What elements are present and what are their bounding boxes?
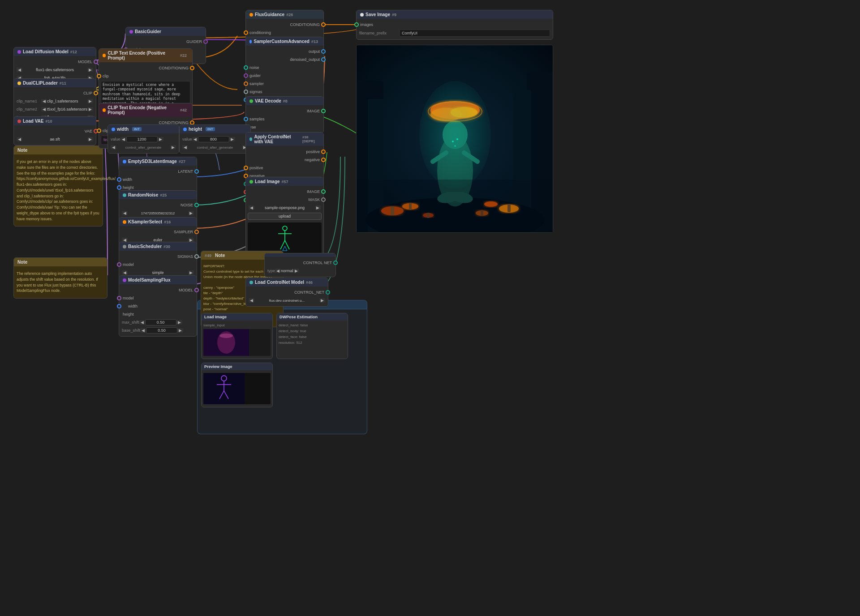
node-dot xyxy=(123,220,126,224)
port-out-guider[interactable] xyxy=(203,39,208,44)
ctrl-prev[interactable]: ◀ xyxy=(111,145,116,150)
port-in-sigmas[interactable] xyxy=(244,90,248,94)
node-id: #27 xyxy=(179,159,185,164)
node-dot xyxy=(123,245,126,248)
seed-prev[interactable]: ◀ xyxy=(122,211,128,215)
node-body: CONTROL_NET ◀ flux-dev-controlnet-u... ▶ xyxy=(246,287,328,306)
filename-input[interactable] xyxy=(400,30,550,37)
output-sigmas-row: SIGMAS xyxy=(119,252,197,261)
port-in-samples[interactable] xyxy=(244,117,248,121)
port-out-sampler[interactable] xyxy=(194,230,199,234)
port-in-positive[interactable] xyxy=(244,166,248,170)
sched-prev[interactable]: ◀ xyxy=(122,270,128,275)
filename-row: filename_prefix xyxy=(357,29,553,38)
clip2-next[interactable]: ▶ xyxy=(87,107,93,111)
node-id: #30 xyxy=(163,244,170,249)
port-out-denoised[interactable] xyxy=(321,57,326,62)
port-in-model[interactable] xyxy=(117,296,121,300)
port-in-height[interactable] xyxy=(117,185,121,190)
width-label: width xyxy=(123,304,138,308)
height-next[interactable]: ▶ xyxy=(229,137,235,141)
value-label: value xyxy=(111,137,120,141)
img-prev[interactable]: ◀ xyxy=(249,205,254,210)
ctrl-next[interactable]: ▶ xyxy=(170,145,176,150)
width-next[interactable]: ▶ xyxy=(158,137,163,141)
node-title: Load Diffusion Model xyxy=(23,49,69,54)
node-sampler-custom: SamplerCustomAdvanced #13 output denoise… xyxy=(245,37,324,106)
maxshift-next[interactable]: ▶ xyxy=(176,320,182,325)
cn-prev[interactable]: ◀ xyxy=(249,298,254,303)
clip2-prev[interactable]: ◀ xyxy=(41,107,47,111)
image-out: IMAGE xyxy=(307,189,320,194)
clip1-prev[interactable]: ◀ xyxy=(41,99,47,103)
generated-image-svg xyxy=(357,45,553,233)
images-label: images xyxy=(360,22,373,27)
img-next[interactable]: ▶ xyxy=(315,205,321,210)
unet-next-btn[interactable]: ▶ xyxy=(87,68,93,72)
vae-next[interactable]: ▶ xyxy=(87,137,93,141)
sched-next[interactable]: ▶ xyxy=(188,270,194,275)
svg-point-45 xyxy=(219,334,233,338)
port-out-output[interactable] xyxy=(321,49,326,54)
port-out-conditioning[interactable] xyxy=(190,66,194,70)
node-canvas[interactable]: Load Diffusion Model #12 MODEL ◀ flux1-d… xyxy=(0,0,860,616)
maxshift-prev[interactable]: ◀ xyxy=(139,320,145,325)
clip1-next[interactable]: ▶ xyxy=(87,99,93,103)
seed-next[interactable]: ▶ xyxy=(188,211,194,215)
output-clip-row: CLIP xyxy=(14,89,96,97)
port-out-sigmas[interactable] xyxy=(194,254,199,259)
sub-body: detect_hand: false detect_body: true det… xyxy=(277,321,348,347)
port-out-latent[interactable] xyxy=(194,169,199,174)
port-out-controlnet[interactable] xyxy=(326,290,330,295)
baseshift-prev[interactable]: ◀ xyxy=(140,328,146,333)
port-out-controlnet[interactable] xyxy=(333,261,338,265)
port-out-noise[interactable] xyxy=(194,203,199,207)
node-dot xyxy=(249,137,252,141)
port-in-images[interactable] xyxy=(354,22,359,27)
height-value: 800 xyxy=(198,136,229,142)
input-height-row: height xyxy=(119,310,197,318)
port-out-conditioning[interactable] xyxy=(321,22,326,27)
port-out-image[interactable] xyxy=(321,189,326,194)
port-out-model[interactable] xyxy=(194,288,199,292)
unet-prev-btn[interactable]: ◀ xyxy=(17,68,22,72)
node-load-controlnet: Load ControlNet Model #46 CONTROL_NET ◀ … xyxy=(245,278,328,307)
port-out-model[interactable] xyxy=(94,60,98,64)
ctrl-prev[interactable]: ◀ xyxy=(182,145,188,150)
baseshift-next[interactable]: ▶ xyxy=(177,328,183,333)
port-out-image[interactable] xyxy=(321,109,326,113)
empty-latent-header: EmptySD3LatentImage #27 xyxy=(119,157,197,166)
port-in-width[interactable] xyxy=(117,304,121,308)
port-in-width[interactable] xyxy=(117,177,121,182)
type-next[interactable]: ▶ xyxy=(293,269,299,273)
type-prev[interactable]: ◀ xyxy=(275,269,281,273)
port-in-model[interactable] xyxy=(117,262,121,267)
sub-row3: detect_face: false xyxy=(277,334,348,340)
input-clip-row: clip xyxy=(99,72,192,80)
sub-node-load-image: Load Image sample_input xyxy=(201,313,273,359)
port-in-conditioning[interactable] xyxy=(244,30,248,35)
port-out-negative[interactable] xyxy=(321,158,326,162)
height-prev[interactable]: ◀ xyxy=(192,137,198,141)
port-in-noise[interactable] xyxy=(244,65,248,70)
output-label: output xyxy=(309,49,320,54)
upload-button[interactable]: upload xyxy=(248,213,322,220)
port-in-clip[interactable] xyxy=(97,74,101,78)
noise-out-label: NOISE xyxy=(181,203,193,207)
node-id: #13 xyxy=(311,39,318,44)
int-badge: INT xyxy=(132,127,142,131)
width-prev[interactable]: ◀ xyxy=(120,137,126,141)
cn-value: flux-dev-controlnet-u... xyxy=(254,299,319,303)
port-in-sampler[interactable] xyxy=(244,81,248,86)
clip2-label: clip_name2 xyxy=(17,107,41,111)
port-out-mask[interactable] xyxy=(321,197,326,202)
cn-next[interactable]: ▶ xyxy=(319,298,325,303)
output-output-row: output xyxy=(246,47,323,56)
port-out-positive[interactable] xyxy=(321,150,326,154)
vae-prev[interactable]: ◀ xyxy=(17,137,22,141)
node-id: #22 xyxy=(180,53,187,58)
input-guider-row: guider xyxy=(246,72,323,80)
port-in-clip[interactable] xyxy=(97,128,101,133)
port-in-guider[interactable] xyxy=(244,73,248,78)
port-out-clip[interactable] xyxy=(94,91,98,95)
